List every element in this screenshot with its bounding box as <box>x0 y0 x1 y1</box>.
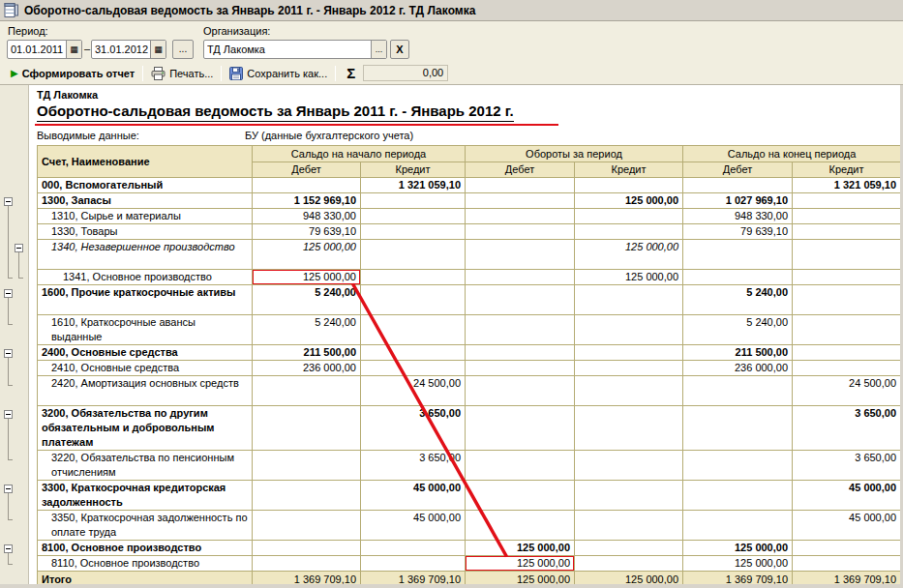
collapse-group-button[interactable] <box>4 289 13 298</box>
cell-saldo-end-debit[interactable] <box>683 270 793 285</box>
org-clear-button[interactable]: X <box>390 40 409 59</box>
cell-turnover-debit[interactable] <box>466 240 575 270</box>
cell-saldo-end-debit[interactable]: 125 000,00 <box>683 541 793 556</box>
account-cell[interactable]: 1300, Запасы <box>38 193 253 209</box>
cell-saldo-start-credit[interactable] <box>361 270 466 285</box>
cell-saldo-end-credit[interactable] <box>793 556 901 572</box>
date-from-input[interactable] <box>8 41 66 58</box>
cell-saldo-end-credit[interactable] <box>793 193 901 209</box>
account-cell[interactable]: 3350, Краткосрочная задолженность по опл… <box>38 511 253 541</box>
collapse-group-button[interactable] <box>4 544 13 553</box>
cell-saldo-end-credit[interactable] <box>793 285 901 315</box>
account-cell[interactable]: 8100, Основное производство <box>38 541 253 556</box>
cell-turnover-debit[interactable] <box>466 178 575 193</box>
cell-saldo-end-credit[interactable] <box>793 345 901 361</box>
cell-saldo-end-debit[interactable]: 79 639,10 <box>683 224 793 240</box>
cell-turnover-credit[interactable] <box>575 224 683 240</box>
cell-saldo-start-credit[interactable] <box>361 556 466 572</box>
cell-turnover-debit[interactable] <box>466 345 575 361</box>
cell-turnover-debit[interactable] <box>466 481 575 511</box>
cell-saldo-end-credit[interactable] <box>793 209 901 224</box>
cell-saldo-start-debit[interactable]: 125 000,00 <box>253 240 361 270</box>
cell-saldo-start-credit[interactable] <box>361 193 466 209</box>
collapse-group-button[interactable] <box>4 349 13 358</box>
cell-saldo-end-credit[interactable] <box>793 541 901 556</box>
cell-saldo-end-debit[interactable]: 948 330,00 <box>683 209 793 224</box>
cell-saldo-start-credit[interactable] <box>361 209 466 224</box>
generate-report-button[interactable]: ▶ Сформировать отчет <box>6 66 139 81</box>
cell-saldo-start-credit[interactable] <box>361 345 466 361</box>
cell-turnover-credit[interactable] <box>575 315 683 345</box>
account-cell[interactable]: 000, Вспомогательный <box>38 178 253 193</box>
account-cell[interactable]: 3220, Обязательства по пенсионным отчисл… <box>38 451 253 481</box>
cell-saldo-end-debit[interactable]: 125 000,00 <box>683 556 793 572</box>
cell-saldo-end-debit[interactable]: 211 500,00 <box>683 345 793 361</box>
cell-saldo-start-credit[interactable] <box>361 541 466 556</box>
cell-saldo-start-debit[interactable] <box>253 481 361 511</box>
cell-saldo-start-debit[interactable]: 1 152 969,10 <box>253 193 361 209</box>
cell-saldo-end-credit[interactable] <box>793 270 901 285</box>
cell-saldo-end-credit[interactable]: 45 000,00 <box>793 511 901 541</box>
cell-turnover-debit[interactable] <box>466 270 575 285</box>
cell-saldo-start-debit[interactable] <box>253 541 361 556</box>
cell-turnover-credit[interactable] <box>575 511 683 541</box>
cell-turnover-credit[interactable]: 125 000,00 <box>575 240 683 270</box>
cell-turnover-credit[interactable] <box>575 209 683 224</box>
organization-input[interactable] <box>204 41 371 58</box>
cell-turnover-credit[interactable] <box>575 451 683 481</box>
cell-turnover-credit[interactable]: 125 000,00 <box>575 193 683 209</box>
cell-saldo-end-credit[interactable] <box>793 315 901 345</box>
cell-turnover-debit[interactable]: 125 000,00 <box>466 541 575 556</box>
cell-saldo-start-debit[interactable] <box>253 376 361 406</box>
calendar-icon[interactable]: ▦ <box>150 41 166 58</box>
date-from-field[interactable]: ▦ <box>7 40 82 59</box>
cell-saldo-start-debit[interactable] <box>253 451 361 481</box>
total-saldo-end-credit[interactable]: 1 369 709,10 <box>793 572 901 588</box>
cell-saldo-end-debit[interactable] <box>683 406 793 451</box>
cell-turnover-debit[interactable] <box>466 406 575 451</box>
cell-turnover-debit[interactable] <box>466 193 575 209</box>
cell-turnover-debit[interactable] <box>466 315 575 345</box>
cell-saldo-start-debit[interactable] <box>253 406 361 451</box>
account-cell[interactable]: 1340, Незавершенное производство <box>38 240 253 270</box>
cell-saldo-end-debit[interactable]: 1 027 969,10 <box>683 193 793 209</box>
cell-turnover-debit[interactable] <box>466 376 575 406</box>
collapse-group-button[interactable] <box>4 485 13 493</box>
cell-turnover-debit[interactable] <box>466 361 575 376</box>
cell-saldo-end-debit[interactable] <box>683 481 793 511</box>
cell-saldo-end-debit[interactable]: 236 000,00 <box>683 361 793 376</box>
print-button[interactable]: Печать... <box>146 65 218 82</box>
account-cell[interactable]: 3300, Краткосрочная кредиторская задолже… <box>38 481 253 511</box>
cell-saldo-start-debit[interactable] <box>253 511 361 541</box>
cell-turnover-credit[interactable]: 125 000,00 <box>575 270 683 285</box>
cell-turnover-credit[interactable] <box>575 406 683 451</box>
cell-saldo-start-credit[interactable]: 24 500,00 <box>361 376 466 406</box>
cell-saldo-end-credit[interactable]: 3 650,00 <box>793 406 901 451</box>
cell-saldo-start-debit[interactable]: 125 000,00 <box>253 270 361 285</box>
cell-saldo-start-credit[interactable] <box>361 361 466 376</box>
account-cell[interactable]: 1610, Краткосрочные авансы выданные <box>38 315 253 345</box>
cell-saldo-start-debit[interactable]: 948 330,00 <box>253 209 361 224</box>
collapse-group-button[interactable] <box>15 244 23 252</box>
cell-saldo-start-debit[interactable]: 5 240,00 <box>253 285 361 315</box>
cell-turnover-credit[interactable] <box>575 178 683 193</box>
account-cell[interactable]: 1600, Прочие краткосрочные активы <box>38 285 253 315</box>
cell-saldo-start-debit[interactable] <box>253 178 361 193</box>
cell-saldo-end-credit[interactable] <box>793 361 901 376</box>
cell-saldo-start-credit[interactable] <box>361 224 466 240</box>
cell-saldo-start-debit[interactable]: 236 000,00 <box>253 361 361 376</box>
period-more-button[interactable]: ... <box>172 40 194 59</box>
cell-saldo-start-credit[interactable]: 45 000,00 <box>361 481 466 511</box>
date-to-field[interactable]: ▦ <box>91 40 166 59</box>
cell-turnover-debit[interactable] <box>466 224 575 240</box>
cell-saldo-end-debit[interactable] <box>683 178 793 193</box>
total-saldo-end-debit[interactable]: 1 369 709,10 <box>683 572 793 588</box>
cell-saldo-end-credit[interactable]: 24 500,00 <box>793 376 901 406</box>
cell-saldo-end-debit[interactable] <box>683 240 793 270</box>
cell-turnover-debit[interactable]: 125 000,00 <box>466 556 575 572</box>
cell-saldo-start-debit[interactable]: 5 240,00 <box>253 315 361 345</box>
cell-saldo-end-debit[interactable]: 5 240,00 <box>683 315 793 345</box>
cell-turnover-credit[interactable] <box>575 481 683 511</box>
cell-saldo-start-credit[interactable] <box>361 315 466 345</box>
cell-saldo-end-credit[interactable]: 1 321 059,10 <box>793 178 901 193</box>
